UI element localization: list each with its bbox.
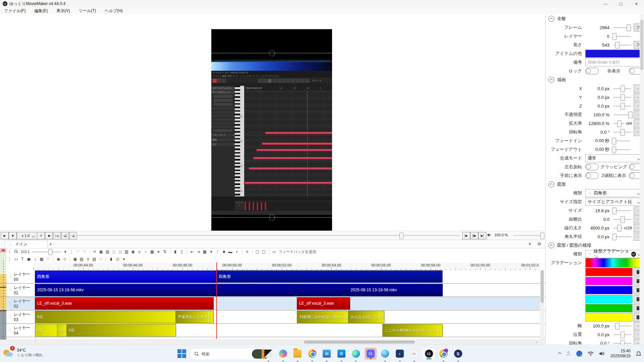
property-slider[interactable] [613, 219, 631, 220]
scroll-left-icon[interactable]: ‹ [35, 340, 36, 344]
favorite-star-icon[interactable]: ☆ [588, 252, 592, 257]
timeline-vscrollbar[interactable] [540, 270, 544, 340]
collapse-icon[interactable] [548, 242, 554, 248]
export-audio-icon[interactable]: ▢ [262, 249, 266, 254]
add-tab-button[interactable]: + [48, 241, 54, 247]
zoom-icon[interactable] [14, 249, 18, 254]
property-slider-thumb[interactable] [627, 24, 631, 31]
timeline-clip[interactable]: ここからBGMさびなのにいいいい... [382, 324, 443, 337]
timeline-clip[interactable]: 5弦 [66, 324, 176, 337]
property-value[interactable]: 0.0 px [585, 104, 612, 109]
taskbar-app-app-s[interactable]: S [452, 348, 464, 360]
property-value[interactable]: 0.00 秒 [585, 146, 612, 153]
lock-icon[interactable]: ◉ [131, 249, 135, 254]
paste-insert-icon[interactable]: ▥ [112, 249, 116, 254]
taskbar-app-edge[interactable] [350, 348, 362, 360]
property-slider[interactable] [613, 325, 631, 326]
selection-bottom-handle[interactable] [269, 215, 275, 221]
section-header-1[interactable]: 描画 [546, 75, 644, 84]
timeline-clip[interactable]: 四角形 [216, 270, 442, 283]
menu-item-3[interactable]: ツール(T) [78, 8, 96, 14]
property-slider-thumb[interactable] [615, 42, 620, 49]
weather-widget[interactable]: 1 34°C くもり時々晴れ [3, 347, 43, 358]
taskbar-app-mail[interactable]: ✉ [321, 348, 333, 360]
property-select[interactable]: ☆線形グラデーションゆ [585, 250, 642, 258]
property-slider-thumb[interactable] [617, 120, 622, 127]
tray-app-icon[interactable] [566, 351, 571, 356]
property-slider[interactable] [613, 228, 623, 229]
property-value[interactable]: 0.0 ° [585, 341, 612, 345]
keyframe-menu-icon[interactable]: ▾ [144, 249, 148, 254]
video-item-icon[interactable]: ◼ [27, 257, 31, 261]
edit-handle-icon[interactable]: ⋮ [70, 249, 74, 254]
save-project-icon[interactable]: ▪ [235, 249, 239, 254]
layer-header-0[interactable]: ⋮レイヤー 00 [6, 270, 36, 283]
start-button[interactable] [177, 349, 186, 358]
tray-browser-icon[interactable] [576, 351, 582, 357]
seek-slider[interactable] [50, 235, 460, 236]
property-value[interactable]: 19.8 px [585, 208, 612, 213]
taskbar-app-app-navy[interactable]: ‹ [394, 348, 406, 360]
timeline-clip[interactable]: 6弦 [35, 311, 176, 323]
stop-button[interactable]: ■ [9, 232, 17, 239]
audio-item-icon[interactable]: ♪ [33, 257, 37, 261]
scroll-right-icon[interactable]: › [536, 340, 537, 344]
property-slider[interactable] [613, 140, 630, 141]
property-slider-thumb[interactable] [612, 207, 616, 214]
property-slider[interactable] [613, 114, 631, 115]
timeline-clip[interactable]: LE_off vocal_3.wav [35, 297, 214, 310]
zoom-handle-icon[interactable]: ⋮ [8, 249, 12, 254]
layer-header-2[interactable]: ⋮レイヤー 02 [6, 297, 36, 310]
taskbar-app-app-sphere[interactable] [379, 348, 391, 360]
jump-next-icon[interactable]: ⇥ [197, 249, 201, 254]
layer-header-1[interactable]: ⋮レイヤー 01 [6, 284, 36, 296]
property-slider[interactable] [613, 343, 631, 344]
scene-item-icon[interactable]: ▤ [92, 257, 96, 261]
ripple-delete-icon[interactable]: ▯ [180, 249, 184, 254]
cut-icon[interactable]: ✂ [93, 249, 97, 254]
taskbar-app-microsoft-store[interactable]: ⊞ [335, 348, 347, 360]
property-slider[interactable] [613, 334, 631, 335]
item-color-swatch[interactable] [585, 50, 642, 58]
taskbar-app-chrome-profile[interactable] [437, 348, 449, 360]
property-value[interactable]: 0.0 ° [585, 130, 612, 135]
timeline-menu-icon[interactable]: ≡ [529, 241, 531, 246]
layer-track-0[interactable]: 四角形四角形 [34, 270, 540, 283]
taskbar-app-yukkuri-moviemaker[interactable]: ゆ [423, 348, 435, 360]
property-select[interactable]: ☆四角形 [585, 189, 642, 197]
text-item-icon[interactable]: T [20, 257, 24, 261]
zoom-menu-icon[interactable]: ▾ [63, 249, 67, 254]
menu-item-4[interactable]: ヘルプ(H) [105, 8, 123, 14]
new-project-icon[interactable]: ■ [222, 249, 226, 254]
keyframe-icon[interactable]: ◆ [138, 249, 142, 254]
mixer-icon[interactable]: ≡ [245, 249, 249, 254]
file-handle-icon[interactable]: ⋮ [216, 249, 220, 254]
paste-icon[interactable]: ▤ [106, 249, 110, 254]
property-slider[interactable] [613, 123, 625, 124]
taskbar-app-clipchamp[interactable]: ✂ [408, 348, 420, 360]
favorite-star-icon[interactable]: ☆ [588, 191, 592, 196]
close-button[interactable]: ✕ [629, 0, 644, 7]
character-item-icon[interactable]: ◉ [56, 257, 60, 261]
property-select[interactable]: サイズとアスペクト比 [585, 198, 642, 206]
split-icon[interactable]: ⇅ [163, 249, 167, 254]
collapse-icon[interactable] [548, 16, 554, 22]
property-slider-thumb[interactable] [621, 331, 625, 338]
taskbar-app-file-explorer[interactable] [291, 348, 304, 360]
property-slider-thumb[interactable] [621, 85, 625, 92]
export-video-icon[interactable]: ▢ [256, 249, 260, 254]
menu-item-1[interactable]: 編集(E) [34, 8, 48, 14]
property-value[interactable]: 0.0 px [585, 95, 612, 100]
particle-item-icon[interactable]: ∷ [99, 257, 103, 261]
property-value[interactable]: 0.00 秒 [585, 138, 612, 144]
layer-header-4[interactable]: ⋮レイヤー 04 [6, 324, 36, 337]
property-slider-thumb[interactable] [621, 103, 625, 110]
toggle-ロック[interactable] [585, 68, 599, 74]
frame-item-icon[interactable]: ▣ [73, 257, 77, 261]
maximize-button[interactable]: ▢ [613, 0, 629, 7]
property-slider[interactable] [613, 236, 631, 237]
timeline-ruler[interactable]: 00:00:44.0000:00:46.0000:00:48.0000:00:5… [34, 263, 540, 270]
tab-main[interactable]: ⋮メイン [5, 240, 48, 248]
property-value[interactable]: 0.0 px [585, 332, 612, 337]
property-value[interactable]: 0.0 [585, 217, 612, 222]
